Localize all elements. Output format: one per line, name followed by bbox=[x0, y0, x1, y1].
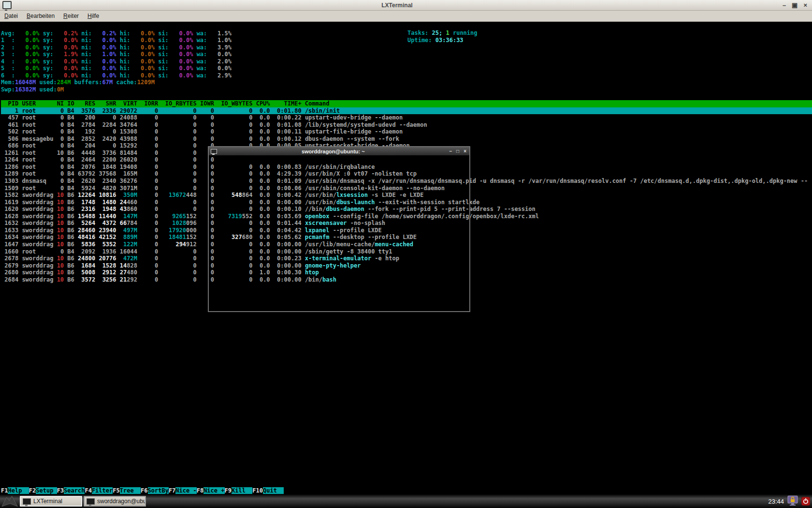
close-button[interactable]: × bbox=[803, 1, 807, 10]
fkey-f5-label[interactable]: Tree bbox=[120, 487, 141, 494]
blank-line bbox=[1, 473, 812, 480]
taskbar-button[interactable]: LXTerminal bbox=[20, 496, 82, 507]
fkey-f10-key[interactable]: F10 bbox=[252, 487, 263, 494]
process-row[interactable]: 1 root 0 B4 3576 2336 29072 0 0 0 0 0.0 … bbox=[1, 107, 812, 115]
process-table-header[interactable]: PID USER NI IO RES SHR VIRT IORR IO_RBYT… bbox=[1, 100, 812, 107]
overlay-window-title: sworddragon@ubuntu: ~ bbox=[217, 149, 450, 154]
menu-item-reiter[interactable]: Reiter bbox=[59, 11, 83, 21]
fkey-f1-key[interactable]: F1 bbox=[1, 487, 8, 494]
cpu-meter-row: Avg: 0.0% sy: 0.2% ni: 0.2% hi: 0.0% si:… bbox=[1, 30, 812, 37]
blank-line bbox=[1, 311, 812, 318]
tasks-count-line: Tasks: 25; 1 running bbox=[407, 30, 478, 37]
fkey-f6-key[interactable]: F6 bbox=[141, 487, 147, 494]
fkey-f4-key[interactable]: F4 bbox=[85, 487, 91, 494]
maximize-icon[interactable]: □ bbox=[456, 149, 459, 154]
terminal-app-icon bbox=[87, 498, 95, 505]
fkey-f3-key[interactable]: F3 bbox=[57, 487, 64, 494]
menu-item-datei[interactable]: Datei bbox=[0, 11, 22, 21]
cpu-meter-row: 1 : 0.0% sy: 0.0% ni: 0.0% hi: 0.0% si: … bbox=[1, 37, 812, 44]
fkey-f6-label[interactable]: SortBy bbox=[148, 487, 169, 494]
process-row[interactable]: 461 root 0 B4 2784 2284 34764 0 0 0 0 0.… bbox=[1, 121, 812, 129]
fkey-f7-label[interactable]: Nice - bbox=[175, 487, 196, 494]
cpu-meter-row: 4 : 0.0% sy: 0.0% ni: 0.0% hi: 0.0% si: … bbox=[1, 58, 812, 65]
blank-line bbox=[1, 388, 812, 396]
blank-line bbox=[1, 480, 812, 488]
menu-bar: DateiBearbeitenReiterHilfe bbox=[0, 11, 812, 22]
blank-line bbox=[1, 452, 812, 459]
blank-line bbox=[1, 332, 812, 340]
fkey-f2-label[interactable]: Setup bbox=[36, 487, 57, 494]
app-launcher-icon[interactable] bbox=[1, 495, 18, 508]
taskbar-button[interactable]: sworddragon@ubun... bbox=[84, 496, 146, 507]
blank-line bbox=[1, 326, 812, 333]
fkey-f1-label[interactable]: Help bbox=[8, 487, 29, 494]
cpu-meter-row: 3 : 0.0% sy: 1.9% ni: 1.0% hi: 0.0% si: … bbox=[1, 51, 812, 58]
overlay-titlebar[interactable]: sworddragon@ubuntu: ~ – □ × bbox=[209, 147, 469, 155]
logout-power-icon[interactable] bbox=[801, 497, 810, 506]
fkey-f5-key[interactable]: F5 bbox=[113, 487, 119, 494]
blank-line bbox=[1, 368, 812, 375]
taskbar-button-label: sworddragon@ubun... bbox=[97, 498, 145, 505]
fkey-f7-key[interactable]: F7 bbox=[169, 487, 175, 494]
blank-line bbox=[1, 417, 812, 424]
screen-lock-icon[interactable] bbox=[787, 495, 798, 507]
fkey-bar: F1Help F2Setup F3SearchF4FilterF5Tree F6… bbox=[1, 487, 812, 494]
blank-line bbox=[1, 360, 812, 368]
blank-line bbox=[1, 403, 812, 410]
blank-line bbox=[1, 445, 812, 452]
minimize-icon[interactable]: – bbox=[450, 149, 452, 154]
htop-tasks-summary: Tasks: 25; 1 runningUptime: 03:36:33 bbox=[407, 30, 478, 44]
blank-line bbox=[1, 23, 812, 30]
blank-line bbox=[1, 466, 812, 473]
taskbar: LXTerminalsworddragon@ubun... 23:44 bbox=[0, 494, 812, 508]
swap-meter-line: Swp:16382M used:0M bbox=[1, 86, 812, 93]
blank-line bbox=[1, 382, 812, 389]
blank-line bbox=[1, 410, 812, 417]
menu-item-bearbeiten[interactable]: Bearbeiten bbox=[22, 11, 59, 21]
close-icon[interactable]: × bbox=[464, 149, 466, 154]
fkey-f4-label[interactable]: Filter bbox=[92, 487, 113, 494]
blank-line bbox=[1, 396, 812, 403]
fkey-f2-key[interactable]: F2 bbox=[29, 487, 36, 494]
taskbar-button-label: LXTerminal bbox=[33, 498, 62, 505]
desktop: LXTerminal – ▣ × DateiBearbeitenReiterHi… bbox=[0, 0, 812, 508]
blank-line bbox=[1, 424, 812, 431]
fkey-f8-key[interactable]: F8 bbox=[197, 487, 203, 494]
taskbar-clock: 23:44 bbox=[768, 498, 784, 505]
blank-line bbox=[1, 340, 812, 347]
blank-line bbox=[1, 431, 812, 438]
memory-meter-line: Mem:16048M used:284M buffers:67M cache:1… bbox=[1, 79, 812, 86]
blank-line bbox=[1, 93, 812, 100]
blank-line bbox=[1, 438, 812, 445]
minimize-button[interactable]: – bbox=[783, 1, 786, 10]
window-title: LXTerminal bbox=[12, 2, 783, 9]
cpu-meter-row: 2 : 0.0% sy: 0.0% ni: 0.0% hi: 0.0% si: … bbox=[1, 44, 812, 51]
process-row[interactable]: 502 root 0 B4 192 0 15308 0 0 0 0 0.0 0:… bbox=[1, 128, 812, 135]
blank-line bbox=[1, 354, 812, 361]
fkey-f8-label[interactable]: Nice + bbox=[203, 487, 224, 494]
fkey-f9-label[interactable]: Kill bbox=[232, 487, 252, 494]
terminal-window-icon bbox=[2, 1, 12, 9]
process-row[interactable]: 506 messagebu 0 B4 2852 2420 43988 0 0 0… bbox=[1, 135, 812, 143]
fkey-f10-label[interactable]: Quit bbox=[263, 487, 284, 494]
maximize-button[interactable]: ▣ bbox=[792, 1, 798, 10]
cpu-meter-row: 6 : 0.0% sy: 0.0% ni: 0.0% hi: 0.0% si: … bbox=[1, 72, 812, 79]
blank-line bbox=[1, 459, 812, 466]
terminal-window-icon bbox=[211, 149, 217, 154]
terminal-app-icon bbox=[23, 498, 31, 505]
blank-line bbox=[1, 318, 812, 326]
blank-line bbox=[1, 374, 812, 382]
cpu-meter-row: 5 : 0.0% sy: 0.0% ni: 0.0% hi: 0.0% si: … bbox=[1, 65, 812, 72]
fkey-f9-key[interactable]: F9 bbox=[225, 487, 232, 494]
overlay-terminal-window[interactable]: sworddragon@ubuntu: ~ – □ × bbox=[208, 146, 470, 312]
process-row[interactable]: 457 root 0 B4 200 0 24088 0 0 0 0 0.0 0:… bbox=[1, 114, 812, 121]
blank-line bbox=[1, 346, 812, 354]
window-titlebar: LXTerminal – ▣ × bbox=[0, 0, 812, 11]
uptime-line: Uptime: 03:36:33 bbox=[407, 37, 478, 44]
fkey-f3-label[interactable]: Search bbox=[64, 487, 85, 494]
menu-item-hilfe[interactable]: Hilfe bbox=[83, 11, 103, 21]
